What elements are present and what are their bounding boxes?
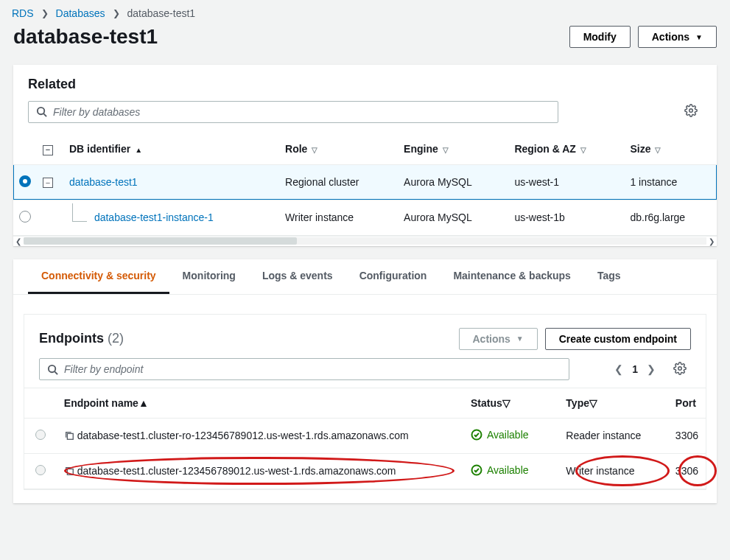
next-page-button[interactable]: ❯ [647,363,656,375]
scroll-thumb[interactable] [24,237,297,245]
page-number: 1 [632,363,638,375]
filter-icon: ▽ [443,146,449,154]
col-type[interactable]: Type▽ [558,388,668,418]
endpoint-type: Reader instance [558,418,668,453]
row-radio[interactable] [35,430,46,440]
prev-page-button[interactable]: ❮ [614,363,623,375]
db-identifier-link[interactable]: database-test1 [69,176,138,188]
actions-dropdown-button[interactable]: Actions ▼ [638,26,717,48]
tab-connectivity-security[interactable]: Connectivity & security [28,259,169,294]
caret-down-icon: ▼ [695,33,703,41]
create-custom-endpoint-button[interactable]: Create custom endpoint [545,328,691,350]
filter-icon: ▽ [502,397,510,409]
col-role[interactable]: Role▽ [279,134,398,164]
table-row[interactable]: database-test1-instance-1 Writer instanc… [13,200,717,235]
search-icon [47,364,58,375]
horizontal-scrollbar[interactable]: ❮ ❯ [13,236,717,246]
status-available: Available [471,429,529,441]
svg-point-2 [689,109,693,113]
db-region-az: us-west-1 [508,164,624,200]
copy-icon[interactable] [64,430,74,441]
paginator: ❮ 1 ❯ [614,357,691,382]
breadcrumb-current: database-test1 [127,7,196,19]
detail-panel: Connectivity & security Monitoring Logs … [13,259,717,503]
endpoint-type: Writer instance [558,453,668,489]
endpoints-actions-button[interactable]: Actions ▼ [459,328,538,350]
tab-tags[interactable]: Tags [584,259,634,294]
endpoints-panel: Endpoints (2) Actions ▼ Create custom en… [24,314,706,490]
svg-point-3 [49,365,55,371]
sort-asc-icon: ▲ [135,146,142,154]
col-region-az[interactable]: Region & AZ▽ [508,134,624,164]
filter-icon: ▽ [312,146,317,154]
table-row[interactable]: database-test1.cluster-123456789012.us-w… [24,453,706,489]
db-engine: Aurora MySQL [398,164,508,200]
check-circle-icon [471,464,482,476]
db-role: Writer instance [279,200,398,235]
col-port[interactable]: Port [668,388,706,418]
endpoint-port: 3306 [668,453,706,489]
detail-tabs: Connectivity & security Monitoring Logs … [13,259,717,295]
svg-line-4 [55,371,57,374]
breadcrumb-parent[interactable]: Databases [56,7,105,19]
actions-label: Actions [652,31,689,43]
page-header: database-test1 Modify Actions ▼ [0,22,730,65]
status-available: Available [471,464,529,476]
col-identifier[interactable]: DB identifier▲ [63,134,279,164]
gear-icon [684,104,698,117]
tab-maintenance-backups[interactable]: Maintenance & backups [440,259,584,294]
svg-point-0 [38,108,44,114]
chevron-right-icon: ❯ [113,8,120,18]
endpoints-title: Endpoints (2) [39,331,124,346]
scroll-left-icon[interactable]: ❮ [13,237,24,245]
chevron-right-icon: ❯ [41,8,49,18]
endpoint-name-cell: database-test1.cluster-ro-123456789012.u… [57,418,463,453]
table-row[interactable]: database-test1.cluster-ro-123456789012.u… [24,418,706,453]
tab-logs-events[interactable]: Logs & events [249,259,346,294]
svg-rect-6 [67,433,73,439]
svg-point-5 [678,366,682,370]
breadcrumb-root[interactable]: RDS [12,7,34,19]
col-status[interactable]: Status▽ [463,388,558,418]
endpoints-count: (2) [108,331,124,346]
db-identifier-link[interactable]: database-test1-instance-1 [94,211,214,223]
filter-icon: ▽ [580,146,586,154]
col-size[interactable]: Size▽ [624,134,717,164]
related-table: − DB identifier▲ Role▽ Engine▽ Region & … [13,134,717,236]
gear-icon [673,362,687,375]
related-filter-input[interactable] [53,106,550,118]
db-engine: Aurora MySQL [398,200,508,235]
tab-monitoring[interactable]: Monitoring [169,259,249,294]
settings-button[interactable] [680,99,702,124]
filter-icon: ▽ [655,146,661,154]
scroll-right-icon[interactable]: ❯ [706,237,717,245]
search-icon [36,106,47,117]
db-role: Regional cluster [279,164,398,200]
endpoint-port: 3306 [668,418,706,453]
row-radio[interactable] [19,211,31,223]
col-endpoint-name[interactable]: Endpoint name▲ [57,388,463,418]
tab-configuration[interactable]: Configuration [346,259,441,294]
related-title: Related [28,77,702,92]
col-engine[interactable]: Engine▽ [398,134,508,164]
modify-button[interactable]: Modify [569,26,631,48]
row-expander[interactable]: − [43,178,53,188]
sort-asc-icon: ▲ [138,397,149,409]
row-radio[interactable] [35,465,46,475]
related-filter-box[interactable] [28,101,558,123]
caret-down-icon: ▼ [516,335,524,343]
svg-line-1 [43,113,46,116]
db-size: 1 instance [624,164,717,200]
breadcrumb: RDS ❯ Databases ❯ database-test1 [0,0,730,22]
endpoints-filter-input[interactable] [64,363,561,375]
expand-all-toggle[interactable]: − [43,145,53,155]
table-row[interactable]: − database-test1 Regional cluster Aurora… [13,164,717,200]
svg-rect-8 [67,469,73,475]
row-radio[interactable] [19,175,31,187]
db-size: db.r6g.large [624,200,717,235]
filter-icon: ▽ [589,397,597,409]
endpoints-table: Endpoint name▲ Status▽ Type▽ Port [24,388,706,489]
endpoints-settings-button[interactable] [669,357,691,382]
copy-icon[interactable] [64,466,74,476]
endpoints-filter-box[interactable] [39,358,569,380]
